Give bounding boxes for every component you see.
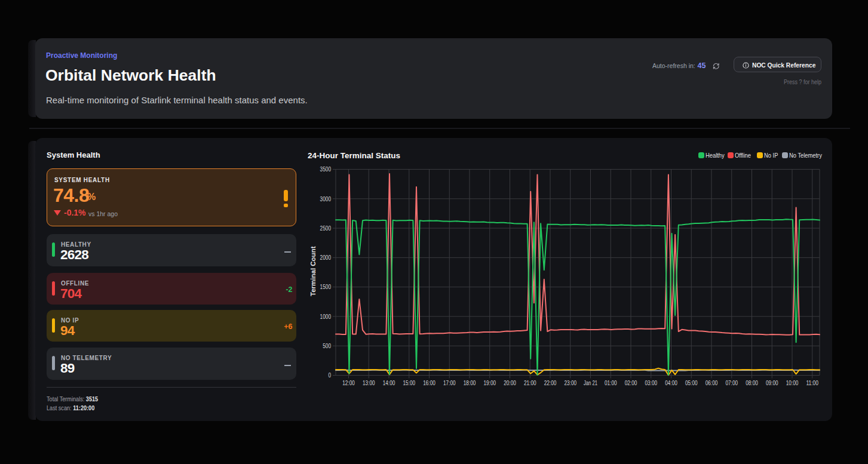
svg-text:21:00: 21:00 (524, 379, 536, 386)
svg-text:500: 500 (323, 342, 331, 349)
svg-text:14:00: 14:00 (383, 379, 395, 386)
svg-text:03:00: 03:00 (645, 379, 658, 386)
svg-text:17:00: 17:00 (443, 379, 456, 386)
svg-text:02:00: 02:00 (625, 379, 637, 386)
svg-text:05:00: 05:00 (685, 379, 698, 386)
svg-text:09:00: 09:00 (766, 379, 778, 386)
svg-text:Jan 21: Jan 21 (584, 379, 597, 386)
svg-text:13:00: 13:00 (363, 379, 375, 386)
svg-text:0: 0 (328, 371, 331, 379)
svg-text:22:00: 22:00 (544, 379, 557, 386)
svg-text:18:00: 18:00 (464, 379, 476, 386)
svg-text:20:00: 20:00 (504, 379, 516, 386)
svg-text:2000: 2000 (320, 254, 331, 261)
svg-text:15:00: 15:00 (403, 379, 416, 386)
svg-text:1000: 1000 (320, 313, 331, 320)
svg-text:08:00: 08:00 (746, 379, 758, 386)
svg-text:23:00: 23:00 (565, 379, 577, 386)
svg-text:3500: 3500 (320, 165, 331, 173)
svg-text:2500: 2500 (320, 225, 331, 232)
svg-text:01:00: 01:00 (605, 379, 617, 386)
svg-text:11:00: 11:00 (806, 379, 819, 386)
svg-text:06:00: 06:00 (706, 379, 718, 386)
svg-text:19:00: 19:00 (484, 379, 496, 386)
svg-text:04:00: 04:00 (665, 379, 677, 386)
svg-text:3000: 3000 (320, 195, 331, 202)
svg-text:07:00: 07:00 (726, 379, 738, 386)
svg-text:10:00: 10:00 (786, 379, 799, 386)
svg-text:16:00: 16:00 (423, 379, 435, 386)
svg-text:12:00: 12:00 (342, 379, 355, 386)
svg-text:1500: 1500 (320, 283, 331, 290)
